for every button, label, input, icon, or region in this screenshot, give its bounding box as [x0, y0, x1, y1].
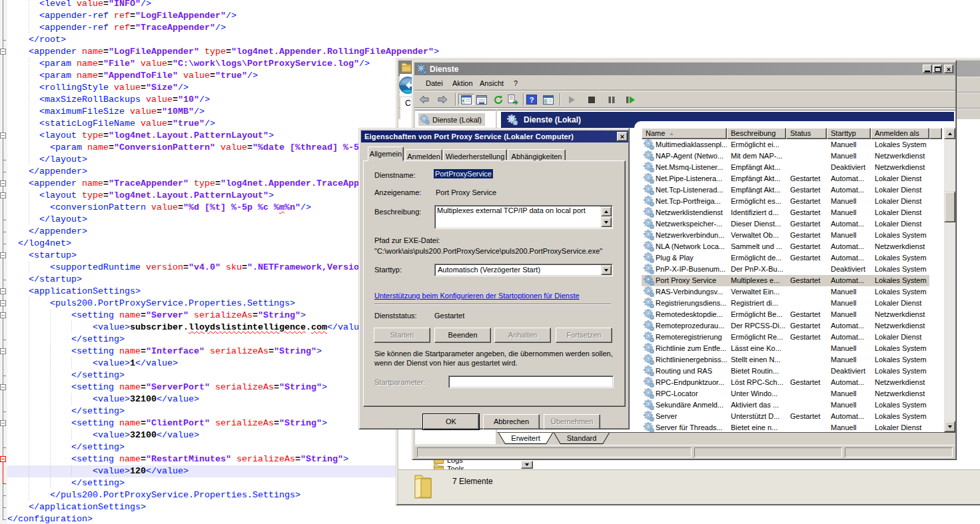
fold-collapse-button[interactable]	[0, 348, 6, 354]
minimize-button[interactable]	[923, 65, 932, 73]
services-titlebar[interactable]: Dienste	[414, 63, 955, 75]
menu-ansicht[interactable]: Ansicht	[478, 79, 505, 89]
fold-collapse-button[interactable]	[0, 180, 6, 186]
fold-collapse-button[interactable]	[0, 288, 6, 294]
fold-collapse-button[interactable]	[0, 192, 6, 198]
service-row-nap-agent-netwo[interactable]: NAP-Agent (Netwo...Mit dem NAP-...Manuel…	[642, 150, 929, 162]
service-row-port-proxy-service[interactable]: Port Proxy ServiceMultiplexes e...Gestar…	[642, 275, 929, 286]
starten-button[interactable]: Starten	[374, 328, 430, 343]
pause-service-icon[interactable]	[606, 94, 618, 105]
service-row-routing-und-ras[interactable]: Routing und RASBietet Routin...Deaktivie…	[642, 366, 929, 377]
service-row-ras-verbindungsv[interactable]: RAS-Verbindungsv...Verwaltet Ein...Manue…	[642, 286, 929, 298]
dienstname-value[interactable]: PortProxyService	[434, 170, 493, 178]
scroll-thumb[interactable]	[944, 191, 955, 222]
column-header-starttyp[interactable]: Starttyp	[827, 128, 871, 139]
console-tree-icon[interactable]	[458, 94, 474, 105]
service-row-nla-network-loca[interactable]: NLA (Network Loca...Sammelt und ...Gesta…	[642, 241, 929, 252]
startoptionen-link[interactable]: Unterstützung beim Konfigurieren der Sta…	[374, 292, 580, 300]
startparameter-input[interactable]	[448, 376, 614, 388]
fold-collapse-button[interactable]	[0, 420, 6, 426]
combo-dropdown-button[interactable]	[601, 265, 612, 275]
service-row-plug-play[interactable]: Plug & PlayErmöglicht de...GestartetAuto…	[642, 252, 929, 264]
service-row-richtlinienergebniss[interactable]: Richtlinienergebniss...Stellt einen N...…	[642, 354, 929, 366]
starttyp-combobox[interactable]: Automatisch (Verzögerter Start)	[434, 264, 613, 276]
fold-red-line	[3, 459, 3, 483]
code-line: <maxSizeRollBackups value="10"/>	[7, 94, 210, 106]
service-row-registrierungsdiens[interactable]: Registrierungsdiens...Registriert di...M…	[642, 298, 929, 309]
view-tab-erweitert[interactable]: Erweitert	[498, 433, 553, 444]
fold-end-tick	[3, 340, 6, 340]
combo-dropdown-button[interactable]	[521, 461, 533, 469]
properties-window-icon[interactable]	[476, 94, 488, 105]
dialog-close-button[interactable]: ×	[617, 132, 628, 141]
service-row-net-msmq-listener[interactable]: Net.Msmq-Listener...Empfängt Akt...Deakt…	[642, 162, 929, 173]
services-list[interactable]: Multimediaklassenpl...Ermöglicht ei...Ma…	[642, 139, 944, 432]
service-row-rpc-locator[interactable]: RPC-LocatorUnter Windo...ManuellNetzwerk…	[642, 388, 929, 399]
column-header-name[interactable]: Name	[642, 128, 727, 139]
dialog-tab-allgemein[interactable]: Allgemein	[368, 146, 404, 161]
editor-fold-margin[interactable]	[0, 0, 7, 524]
dialog-tab-abhngigkeiten[interactable]: Abhängigkeiten	[508, 149, 566, 160]
fold-collapse-button[interactable]	[0, 132, 6, 138]
menu-aktion[interactable]: Aktion	[451, 79, 474, 89]
service-row-remoteregistrierung[interactable]: RemoteregistrierungErmöglicht Re...Gesta…	[642, 332, 929, 343]
fold-collapse-button[interactable]	[0, 252, 6, 258]
beschreibung-textbox[interactable]: Multiplexes external TCP/IP data on loca…	[434, 205, 613, 229]
service-row-multimediaklassenpl[interactable]: Multimediaklassenpl...Ermöglicht ei...Ma…	[642, 139, 929, 150]
menu-datei[interactable]: Datei	[424, 79, 444, 89]
restart-service-icon[interactable]	[624, 94, 636, 105]
fold-collapse-button[interactable]	[0, 49, 6, 55]
column-header-status[interactable]: Status	[786, 128, 827, 139]
maximize-button[interactable]	[933, 65, 942, 73]
close-button[interactable]: ×	[944, 65, 953, 73]
help-icon[interactable]: ?	[526, 94, 538, 105]
fold-collapse-button[interactable]	[0, 300, 6, 306]
service-row-server-f-r-threads[interactable]: Server für Threads...Bietet eine n...Man…	[642, 422, 929, 432]
stop-service-icon[interactable]	[586, 94, 598, 105]
forward-arrow-icon[interactable]	[436, 94, 448, 105]
tree-item-dienste-lokal[interactable]: Dienste (Lokal)	[418, 113, 485, 126]
logon-as-cell: Lokaler Dienst	[875, 298, 941, 309]
back-arrow-icon[interactable]	[418, 94, 430, 105]
scroll-down-button[interactable]	[944, 421, 955, 432]
export-list-icon[interactable]	[507, 94, 519, 105]
service-row-netzwerklistendienst[interactable]: NetzwerklistendienstIdentifiziert d...Ge…	[642, 207, 929, 218]
column-header-beschreibung[interactable]: Beschreibung	[727, 128, 786, 139]
service-row-remotedesktopdie[interactable]: Remotedesktopdie...Ermöglicht Be...Gesta…	[642, 309, 929, 320]
scroll-up-button[interactable]	[601, 206, 612, 216]
new-window-icon[interactable]	[542, 94, 554, 105]
dialog-tab-wiederherstellung[interactable]: Wiederherstellung	[443, 149, 507, 160]
dialog-tab-anmelden[interactable]: Anmelden	[405, 149, 442, 160]
scroll-down-button[interactable]	[601, 217, 612, 227]
fortsetzen-button[interactable]: Fortsetzen	[556, 328, 612, 343]
properties-dialog[interactable]: Eigenschaften von Port Proxy Service (Lo…	[358, 128, 630, 429]
anhalten-button[interactable]: Anhalten	[494, 328, 551, 343]
service-row-net-tcp-listenerad[interactable]: Net.Tcp-Listenerad...Empfängt Akt...Gest…	[642, 184, 929, 196]
service-row-sekund-re-anmeld[interactable]: Sekundäre Anmeld...Aktiviert das ...Manu…	[642, 399, 929, 411]
menu-?[interactable]: ?	[512, 79, 519, 89]
fold-collapse-button[interactable]	[0, 312, 6, 318]
dialog-titlebar[interactable]: Eigenschaften von Port Proxy Service (Lo…	[361, 131, 628, 142]
service-row-netzwerkspeicher[interactable]: Netzwerkspeicher-...Dieser Dienst...Gest…	[642, 218, 929, 230]
column-header-anmeldenals[interactable]: Anmelden als	[871, 128, 929, 139]
service-row-pnp-x-ip-busenum[interactable]: PnP-X-IP-Busenum...Der PnP-X-Bu...Deakti…	[642, 264, 929, 275]
service-row-server[interactable]: ServerUnterstützt D...GestartetAutomat..…	[642, 411, 929, 422]
abbrechen-button[interactable]: Abbrechen	[483, 414, 540, 429]
beenden-button[interactable]: Beenden	[434, 328, 491, 343]
ok-button[interactable]: OK	[423, 414, 479, 429]
service-row-rpc-endpunktzuor[interactable]: RPC-Endpunktzuor...Löst RPC-Sch...Gestar…	[642, 377, 929, 388]
service-row-netzwerkverbindun[interactable]: Netzwerkverbindun...Verwaltet Ob...Gesta…	[642, 230, 929, 241]
fold-end-tick	[3, 220, 6, 220]
refresh-icon[interactable]	[492, 94, 504, 105]
view-tab-standard[interactable]: Standard	[554, 433, 610, 444]
ubernehmen-button[interactable]: Übernehmen	[544, 414, 600, 429]
fold-collapse-button-active[interactable]	[0, 456, 6, 462]
service-row-net-tcp-portfreiga[interactable]: Net.Tcp-Portfreiga...Ermöglicht es...Ges…	[642, 196, 929, 207]
start-service-icon[interactable]	[566, 94, 578, 105]
scroll-up-button[interactable]	[944, 128, 955, 139]
services-list-scrollbar[interactable]	[944, 128, 955, 432]
service-row-richtlinie-zum-entfe[interactable]: Richtlinie zum Entfe...Lässt eine Ko...M…	[642, 343, 929, 354]
service-row-remoteprozedurau[interactable]: Remoteprozedurau...Der RPCSS-Di...Gestar…	[642, 320, 929, 332]
fold-collapse-button[interactable]	[0, 384, 6, 390]
service-row-net-pipe-listenera[interactable]: Net.Pipe-Listenera...Empfängt Akt...Gest…	[642, 173, 929, 184]
